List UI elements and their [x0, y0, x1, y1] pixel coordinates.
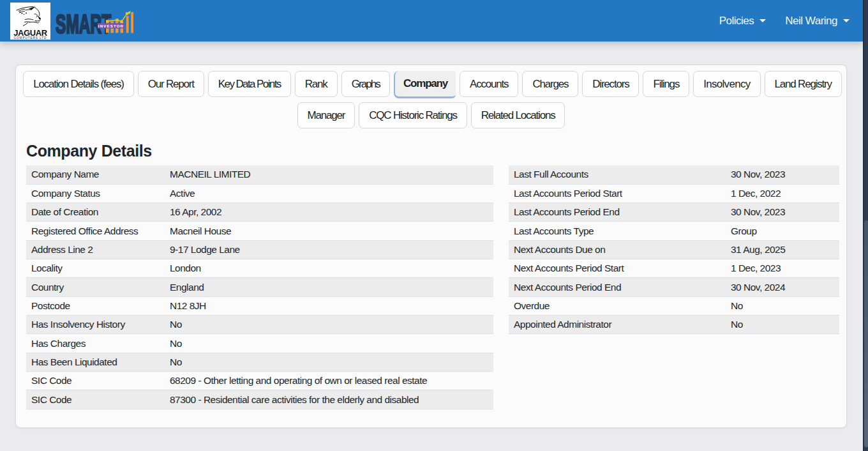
svg-text:COMPUTERS LTD: COMPUTERS LTD [14, 36, 47, 40]
svg-text:INVESTOR: INVESTOR [98, 24, 124, 28]
